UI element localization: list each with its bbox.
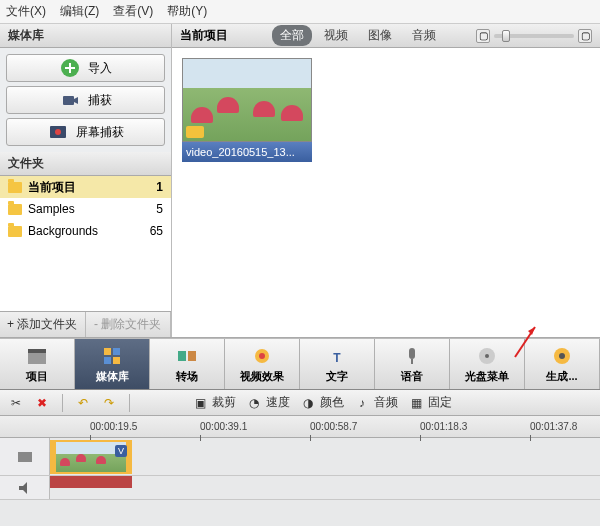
color-button[interactable]: ◑颜色 bbox=[300, 394, 344, 411]
palette-icon: ◑ bbox=[300, 395, 316, 411]
svg-rect-12 bbox=[113, 357, 120, 364]
edit-toolbar: ✂ ✖ ↶ ↷ ▣裁剪 ◔速度 ◑颜色 ♪音频 ▦固定 bbox=[0, 390, 600, 416]
svg-rect-14 bbox=[188, 351, 196, 361]
svg-rect-18 bbox=[409, 348, 415, 359]
svg-rect-2 bbox=[65, 67, 75, 69]
svg-point-16 bbox=[259, 353, 265, 359]
sparkle-icon bbox=[251, 345, 273, 367]
folder-icon bbox=[8, 204, 22, 215]
disc-menu-button[interactable]: 光盘菜单 bbox=[450, 339, 525, 389]
folder-row[interactable]: Samples 5 bbox=[0, 198, 171, 220]
menu-bar: 文件(X) 编辑(Z) 查看(V) 帮助(Y) bbox=[0, 0, 600, 24]
svg-text:T: T bbox=[333, 351, 341, 365]
undo-icon: ↶ bbox=[75, 395, 91, 411]
clip-handle-left[interactable] bbox=[52, 442, 56, 472]
folder-count: 1 bbox=[156, 180, 163, 194]
stabilize-button[interactable]: ▦固定 bbox=[408, 394, 452, 411]
timeline: 00:00:19.5 00:00:39.1 00:00:58.7 00:01:1… bbox=[0, 416, 600, 524]
plus-circle-icon bbox=[60, 58, 80, 78]
folder-icon bbox=[8, 182, 22, 193]
grid-icon bbox=[101, 345, 123, 367]
ruler-tick: 00:00:39.1 bbox=[200, 421, 247, 432]
cut-button[interactable]: ✂ bbox=[8, 395, 24, 411]
folder-row[interactable]: 当前项目 1 bbox=[0, 176, 171, 198]
disc-icon bbox=[476, 345, 498, 367]
svg-marker-27 bbox=[19, 482, 27, 494]
folder-list: 当前项目 1 Samples 5 Backgrounds 65 bbox=[0, 176, 171, 311]
capture-label: 捕获 bbox=[88, 92, 112, 109]
timeline-audio-clip[interactable] bbox=[50, 476, 132, 488]
svg-rect-3 bbox=[63, 96, 74, 105]
pin-icon: ▦ bbox=[408, 395, 424, 411]
capture-button[interactable]: 捕获 bbox=[6, 86, 165, 114]
delete-folder-button[interactable]: - 删除文件夹 bbox=[86, 312, 172, 337]
menu-file[interactable]: 文件(X) bbox=[6, 3, 46, 20]
ruler-tick: 00:00:19.5 bbox=[90, 421, 137, 432]
screen-rec-icon bbox=[48, 122, 68, 142]
folder-count: 65 bbox=[150, 224, 163, 238]
import-button[interactable]: 导入 bbox=[6, 54, 165, 82]
text-button[interactable]: T 文字 bbox=[300, 339, 375, 389]
media-library-header: 媒体库 bbox=[0, 24, 171, 48]
timeline-ruler[interactable]: 00:00:19.5 00:00:39.1 00:00:58.7 00:01:1… bbox=[0, 416, 600, 438]
crop-button[interactable]: ▣裁剪 bbox=[192, 394, 236, 411]
svg-point-6 bbox=[55, 129, 61, 135]
scissors-icon: ✂ bbox=[8, 395, 24, 411]
menu-help[interactable]: 帮助(Y) bbox=[167, 3, 207, 20]
screen-capture-button[interactable]: 屏幕捕获 bbox=[6, 118, 165, 146]
folder-icon bbox=[8, 226, 22, 237]
ruler-tick: 00:01:18.3 bbox=[420, 421, 467, 432]
zoom-in-icon[interactable]: ▢ bbox=[578, 29, 592, 43]
folders-header: 文件夹 bbox=[0, 152, 171, 176]
svg-rect-26 bbox=[18, 452, 32, 462]
zoom-out-icon[interactable]: ▢ bbox=[476, 29, 490, 43]
library-button[interactable]: 媒体库 bbox=[75, 339, 150, 389]
video-track-head[interactable] bbox=[0, 438, 50, 475]
gauge-icon: ◔ bbox=[246, 395, 262, 411]
menu-edit[interactable]: 编辑(Z) bbox=[60, 3, 99, 20]
screen-capture-label: 屏幕捕获 bbox=[76, 124, 124, 141]
crop-icon: ▣ bbox=[192, 395, 208, 411]
folder-name: Samples bbox=[28, 202, 75, 216]
thumbnail-caption: video_20160515_13... bbox=[182, 142, 312, 162]
ruler-tick: 00:00:58.7 bbox=[310, 421, 357, 432]
svg-rect-13 bbox=[178, 351, 186, 361]
import-label: 导入 bbox=[88, 60, 112, 77]
clapper-icon bbox=[26, 345, 48, 367]
gear-star-icon bbox=[551, 345, 573, 367]
produce-button[interactable]: 生成... bbox=[525, 339, 600, 389]
main-toolbar: 项目 媒体库 转场 视频效果 T 文字 语音 光盘菜单 生成... bbox=[0, 338, 600, 390]
tab-image[interactable]: 图像 bbox=[360, 25, 400, 46]
speed-button[interactable]: ◔速度 bbox=[246, 394, 290, 411]
folder-name: 当前项目 bbox=[28, 179, 76, 196]
voice-button[interactable]: 语音 bbox=[375, 339, 450, 389]
redo-button[interactable]: ↷ bbox=[101, 395, 117, 411]
add-folder-button[interactable]: + 添加文件夹 bbox=[0, 312, 86, 337]
tab-video[interactable]: 视频 bbox=[316, 25, 356, 46]
svg-rect-8 bbox=[28, 349, 46, 353]
text-icon: T bbox=[326, 345, 348, 367]
svg-point-21 bbox=[485, 354, 489, 358]
zoom-slider[interactable]: ▢ ▢ bbox=[448, 29, 592, 43]
audio-edit-button[interactable]: ♪音频 bbox=[354, 394, 398, 411]
menu-view[interactable]: 查看(V) bbox=[113, 3, 153, 20]
svg-marker-4 bbox=[74, 97, 78, 104]
tab-audio[interactable]: 音频 bbox=[404, 25, 444, 46]
svg-rect-9 bbox=[104, 348, 111, 355]
video-badge-icon bbox=[186, 126, 204, 138]
tab-all[interactable]: 全部 bbox=[272, 25, 312, 46]
undo-button[interactable]: ↶ bbox=[75, 395, 91, 411]
left-sidebar: 媒体库 导入 捕获 屏幕捕获 文件夹 当前项目 1 Samples 5 bbox=[0, 24, 172, 337]
media-thumbnail[interactable]: video_20160515_13... bbox=[182, 58, 312, 162]
folder-row[interactable]: Backgrounds 65 bbox=[0, 220, 171, 242]
mic-icon bbox=[401, 345, 423, 367]
transition-button[interactable]: 转场 bbox=[150, 339, 225, 389]
vfx-button[interactable]: 视频效果 bbox=[225, 339, 300, 389]
transition-icon bbox=[176, 345, 198, 367]
project-button[interactable]: 项目 bbox=[0, 339, 75, 389]
delete-button[interactable]: ✖ bbox=[34, 395, 50, 411]
timeline-clip[interactable]: V bbox=[50, 440, 132, 474]
ruler-tick: 00:01:37.8 bbox=[530, 421, 577, 432]
audio-track-head[interactable] bbox=[0, 476, 50, 499]
delete-icon: ✖ bbox=[34, 395, 50, 411]
